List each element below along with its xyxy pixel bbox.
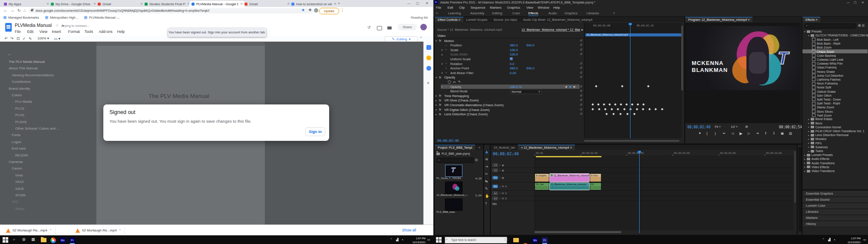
reset-effect-icon[interactable]: ↺ bbox=[580, 89, 582, 93]
twirl-icon[interactable]: ▸ bbox=[808, 122, 809, 124]
forward-icon[interactable]: → bbox=[10, 8, 14, 13]
ec-row-label[interactable]: Motion bbox=[444, 39, 454, 43]
comments-icon[interactable] bbox=[377, 26, 382, 30]
version-history-icon[interactable]: ↺ bbox=[367, 25, 371, 29]
ec-row-label[interactable]: Uniform Scale bbox=[450, 57, 471, 61]
twirl-icon[interactable]: ▸ bbox=[442, 48, 443, 51]
ec-row-label[interactable]: Position bbox=[450, 43, 462, 47]
reset-effect-icon[interactable]: ↺ bbox=[580, 62, 582, 65]
task-view-icon[interactable]: ▦ bbox=[31, 237, 35, 241]
fx-badge-icon[interactable]: fx bbox=[439, 94, 441, 97]
stacked-panel-history[interactable]: History bbox=[802, 221, 868, 227]
twirl-icon[interactable]: ▸ bbox=[442, 85, 443, 88]
premiere-taskbar-icon[interactable]: Pr bbox=[542, 237, 548, 243]
twirl-icon[interactable]: ▾ bbox=[808, 34, 809, 37]
home-icon[interactable]: ⌂ bbox=[436, 11, 438, 15]
ec-row-label[interactable]: Opacity bbox=[444, 75, 455, 79]
calendar-icon[interactable] bbox=[426, 45, 431, 50]
styles-select[interactable]: ▭ ▾ bbox=[54, 36, 60, 41]
ec-row-label[interactable]: Opacity bbox=[450, 85, 461, 89]
twirl-icon[interactable]: ▸ bbox=[436, 99, 437, 102]
effects-tree-item[interactable]: ▸Blurs bbox=[808, 122, 868, 125]
reset-effect-icon[interactable]: ↺ bbox=[580, 98, 582, 102]
outline-item[interactable]: REJOIN bbox=[15, 153, 98, 157]
stopwatch-icon[interactable]: ◔ bbox=[445, 85, 447, 88]
source-patch-box[interactable]: A2 bbox=[492, 192, 498, 195]
add-keyframe-icon[interactable]: ◆ bbox=[569, 85, 571, 88]
outline-item[interactable]: The PLV Media Manual bbox=[9, 60, 91, 64]
twirl-icon[interactable]: ▾ bbox=[804, 30, 805, 33]
redo-icon[interactable]: ↷ bbox=[10, 36, 13, 41]
stopwatch-icon[interactable]: ◔ bbox=[445, 67, 447, 70]
timeline-playhead-handle[interactable] bbox=[638, 151, 641, 153]
start-button[interactable] bbox=[436, 237, 442, 243]
ec-value[interactable]: 100.0 % bbox=[510, 85, 522, 89]
outline-item[interactable]: JVC bbox=[12, 200, 94, 204]
back-icon[interactable]: ← bbox=[3, 8, 7, 13]
export-frame-icon[interactable]: ▣ bbox=[781, 131, 784, 135]
panel-tab[interactable]: Source: (no clips) bbox=[490, 17, 520, 22]
prev-keyframe-icon[interactable]: ◀ bbox=[565, 85, 567, 88]
share-button[interactable]: Share bbox=[398, 24, 417, 30]
chevron-up-icon[interactable]: ⌃ bbox=[119, 229, 122, 232]
track-header-a1[interactable]: A1●MS bbox=[491, 182, 536, 191]
reset-effect-icon[interactable]: ↺ bbox=[580, 108, 582, 111]
reset-effect-icon[interactable]: ↺ bbox=[580, 48, 582, 52]
bookmark-item[interactable]: Managed Bookmarks bbox=[3, 16, 39, 20]
reset-effect-icon[interactable]: ↺ bbox=[580, 39, 582, 42]
workspace-libraries[interactable]: Libraries bbox=[587, 11, 599, 15]
premiere-menu-graphics[interactable]: Graphics bbox=[507, 6, 520, 10]
outline-item[interactable]: Canon bbox=[12, 166, 94, 170]
opacity-rect-mask-icon[interactable]: ▭ bbox=[453, 80, 456, 84]
effects-tree-item[interactable]: ▸Audio Transitions bbox=[804, 162, 868, 165]
ec-row-label[interactable]: VR Chromatic Aberrations (Chaos Zoom) bbox=[444, 103, 504, 107]
panel-tab[interactable]: Project: PLS_BBB_Templ bbox=[435, 145, 475, 150]
track-header-v2[interactable]: V2●◉ bbox=[491, 168, 536, 173]
taskbar-search-icon[interactable]: ⌕ bbox=[13, 237, 15, 242]
docs-menu-view[interactable]: View bbox=[40, 29, 47, 34]
timeline-clip-audio[interactable]: GL_bar bbox=[535, 183, 549, 190]
effects-tree-item[interactable]: Cutaway Whip Pan bbox=[812, 62, 868, 65]
browser-tab[interactable]: My Drive - Google Drive✕ bbox=[49, 1, 98, 7]
twirl-icon[interactable]: ▸ bbox=[808, 142, 809, 144]
reset-effect-icon[interactable]: ↺ bbox=[580, 71, 582, 75]
download-item[interactable]: 02 Murtaugh Re...mp4⌃ bbox=[3, 227, 56, 234]
file-explorer-icon[interactable] bbox=[513, 238, 519, 242]
workspace-assembly[interactable]: Assembly bbox=[470, 11, 485, 15]
timeline-vscrollbar[interactable] bbox=[794, 151, 796, 203]
outline-item[interactable]: Logos bbox=[12, 140, 94, 144]
effects-tree-item[interactable]: Twirl Zoom bbox=[812, 114, 868, 117]
sequence-tab[interactable]: × 12_Blankman_Mckenna_rotomp4 ≡ bbox=[518, 145, 575, 150]
opacity-pen-mask-icon[interactable]: ✎ bbox=[458, 80, 461, 84]
selection-tool-icon[interactable]: ▶ bbox=[485, 150, 488, 153]
track-eye-icon[interactable]: M bbox=[502, 185, 504, 188]
reload-icon[interactable]: ↻ bbox=[17, 8, 21, 13]
sign-in-button[interactable]: Sign in bbox=[305, 127, 325, 136]
outline-item[interactable]: XF305 bbox=[15, 193, 98, 197]
chrome-minimize-button[interactable]: — bbox=[407, 1, 411, 5]
track-lock-icon[interactable]: ● bbox=[499, 185, 500, 188]
premiere-maximize-button[interactable]: ▢ bbox=[854, 1, 857, 4]
effects-tree-item[interactable]: Color Bashing bbox=[812, 54, 868, 57]
track-eye-icon[interactable]: M bbox=[502, 197, 504, 200]
track-eye-icon[interactable]: ◉ bbox=[502, 176, 504, 179]
panel-tab[interactable]: Lumetri Scopes bbox=[463, 17, 491, 22]
workspace-effects[interactable]: Effects bbox=[528, 11, 538, 16]
lift-icon[interactable]: ↥ bbox=[764, 131, 767, 135]
undo-icon[interactable]: ↶ bbox=[4, 36, 7, 41]
docs-menu-edit[interactable]: Edit bbox=[27, 29, 33, 34]
effects-tree-item[interactable]: Blob Bash - Right bbox=[812, 42, 868, 46]
document-title[interactable]: PLVMedia Manual bbox=[15, 23, 52, 28]
timeline-clip-audio[interactable]: GL bbox=[590, 183, 601, 190]
project-item-row[interactable]: 12_Blankman_Mckenna_r...2;54 bbox=[436, 194, 482, 197]
play-icon[interactable]: ▶ bbox=[739, 131, 743, 136]
outline-item[interactable]: Vixia bbox=[15, 173, 98, 177]
url-input[interactable]: docs.google.com/document/d/15JaxjmcomfI4… bbox=[29, 8, 314, 13]
step-back-icon[interactable]: ◁ bbox=[731, 131, 734, 135]
outline-item[interactable]: Fonts bbox=[12, 133, 94, 137]
ec-playhead-handle[interactable] bbox=[629, 23, 632, 25]
stopwatch-icon[interactable]: ◔ bbox=[445, 48, 447, 51]
workspace-search-icon[interactable]: ⌕ bbox=[613, 11, 615, 15]
track-solo-icon[interactable]: S bbox=[505, 197, 507, 200]
effects-tree-item[interactable]: ▾Presets bbox=[804, 30, 868, 33]
